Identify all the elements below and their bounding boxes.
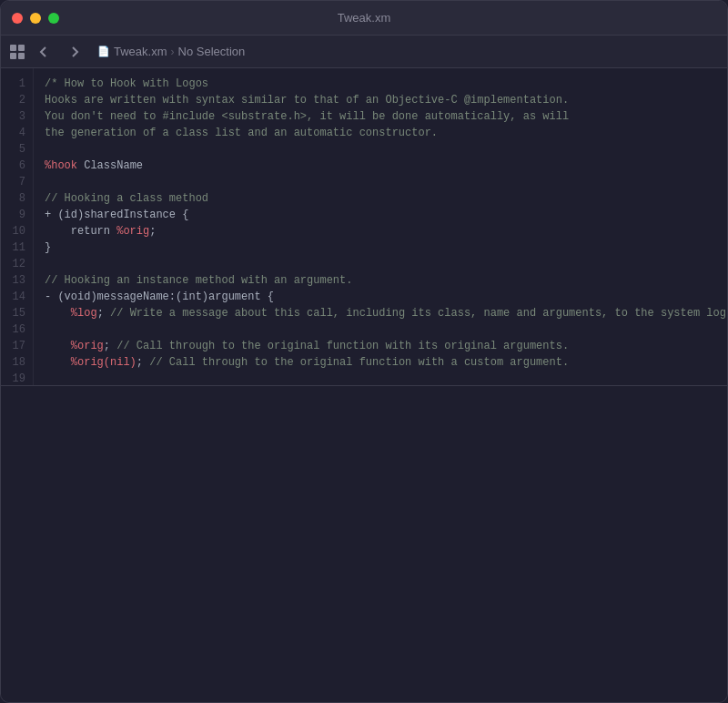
line-number: 10 — [1, 223, 33, 239]
line-number: 9 — [1, 207, 33, 223]
breadcrumb-file[interactable]: 📄 Tweak.xm — [97, 45, 167, 58]
line-number: 4 — [1, 125, 33, 141]
code-line: %orig(nil); // Call through to the origi… — [45, 354, 727, 371]
window-title: Tweak.xm — [338, 11, 391, 25]
breadcrumb-separator: › — [171, 46, 175, 58]
breadcrumb-selection: No Selection — [178, 45, 246, 58]
code-content[interactable]: /* How to Hook with LogosHooks are writt… — [34, 68, 727, 385]
line-number: 12 — [1, 256, 33, 272]
breadcrumb-filename: Tweak.xm — [114, 45, 167, 58]
title-bar: Tweak.xm — [1, 1, 727, 36]
line-number: 2 — [1, 92, 33, 108]
line-number: 19 — [1, 371, 33, 385]
code-line: return %orig; — [45, 223, 727, 239]
line-numbers: 1234567891011121314151617181920212223242… — [1, 68, 34, 385]
code-line: the generation of a class list and an au… — [45, 125, 727, 141]
code-line — [45, 174, 727, 190]
bottom-area — [1, 385, 727, 703]
line-number: 13 — [1, 272, 33, 289]
code-line — [45, 371, 727, 385]
main-window: Tweak.xm 📄 Tweak.xm › No Selection — [0, 0, 728, 703]
line-number: 11 — [1, 239, 33, 256]
back-arrow-icon — [37, 46, 50, 58]
file-icon: 📄 — [97, 46, 110, 57]
line-number: 14 — [1, 289, 33, 305]
line-number: 1 — [1, 76, 33, 92]
line-number: 16 — [1, 321, 33, 338]
traffic-lights — [12, 13, 59, 24]
minimize-button[interactable] — [30, 13, 41, 24]
forward-arrow-icon — [68, 46, 81, 58]
line-number: 18 — [1, 354, 33, 371]
maximize-button[interactable] — [48, 13, 59, 24]
grid-icon[interactable] — [10, 45, 25, 59]
editor-area: 1234567891011121314151617181920212223242… — [1, 68, 727, 385]
line-number: 8 — [1, 190, 33, 207]
code-line — [45, 141, 727, 158]
breadcrumb: 📄 Tweak.xm › No Selection — [97, 45, 245, 58]
line-number: 17 — [1, 338, 33, 354]
code-line: %log; // Write a message about this call… — [45, 305, 727, 321]
line-number: 6 — [1, 158, 33, 174]
code-line: // Hooking a class method — [45, 190, 727, 207]
toolbar: 📄 Tweak.xm › No Selection — [1, 36, 727, 68]
code-line: } — [45, 239, 727, 256]
line-number: 15 — [1, 305, 33, 321]
code-line: - (void)messageName:(int)argument { — [45, 289, 727, 305]
code-line: // Hooking an instance method with an ar… — [45, 272, 727, 289]
code-line — [45, 256, 727, 272]
forward-button[interactable] — [63, 42, 86, 62]
close-button[interactable] — [12, 13, 23, 24]
code-line: %orig; // Call through to the original f… — [45, 338, 727, 354]
code-line: + (id)sharedInstance { — [45, 207, 727, 223]
code-line — [45, 321, 727, 338]
back-button[interactable] — [32, 42, 56, 62]
code-line: /* How to Hook with Logos — [45, 76, 727, 92]
code-line: Hooks are written with syntax similar to… — [45, 92, 727, 108]
line-number: 3 — [1, 108, 33, 125]
line-number: 5 — [1, 141, 33, 158]
code-line: You don't need to #include <substrate.h>… — [45, 108, 727, 125]
title-text: Tweak.xm — [338, 11, 391, 25]
code-line: %hook ClassName — [45, 158, 727, 174]
line-number: 7 — [1, 174, 33, 190]
